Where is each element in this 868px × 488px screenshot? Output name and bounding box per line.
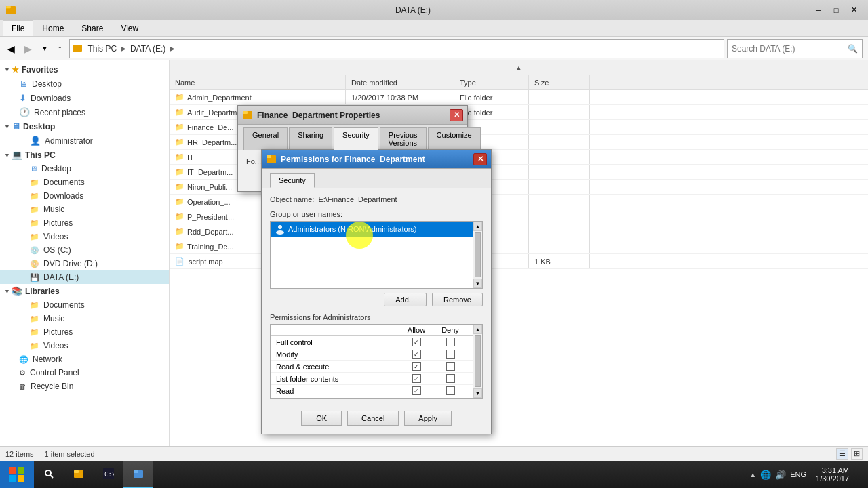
address-bar[interactable]: This PC ▶ DATA (E:) ▶ bbox=[69, 39, 724, 58]
start-button[interactable] bbox=[0, 461, 34, 488]
tab-share[interactable]: Share bbox=[73, 20, 112, 36]
sidebar-item-control-panel[interactable]: ⚙ Control Panel bbox=[0, 366, 169, 380]
desktop-section[interactable]: ▾ 🖥 Desktop bbox=[0, 119, 169, 134]
thispc-arrow: ▾ bbox=[5, 152, 9, 159]
modify-deny-checkbox[interactable] bbox=[446, 350, 455, 359]
sidebar-drive-c[interactable]: 💿 OS (C:) bbox=[0, 243, 169, 257]
tab-view[interactable]: View bbox=[112, 20, 147, 36]
taskbar-clock[interactable]: 3:31 AM 1/30/2017 bbox=[810, 466, 854, 483]
readexecute-deny-checkbox[interactable] bbox=[446, 362, 455, 371]
add-button[interactable]: Add... bbox=[384, 293, 427, 306]
read-allow-checkbox[interactable]: ✓ bbox=[412, 386, 421, 395]
props-tab-sharing[interactable]: Sharing bbox=[289, 127, 332, 150]
perm-scroll-thumb[interactable] bbox=[475, 336, 481, 387]
modify-allow-checkbox[interactable]: ✓ bbox=[412, 350, 421, 359]
minimize-button[interactable]: ─ bbox=[810, 3, 827, 17]
taskbar-explorer[interactable] bbox=[123, 461, 153, 488]
folder-icon: 📁 bbox=[175, 123, 184, 131]
props-tab-previous[interactable]: Previous Versions bbox=[380, 127, 427, 150]
control-panel-label: Control Panel bbox=[30, 368, 79, 378]
search-box[interactable]: 🔍 bbox=[727, 39, 863, 58]
perm-scrollbar[interactable]: ▲ ▼ bbox=[473, 325, 482, 398]
svg-rect-10 bbox=[9, 467, 16, 474]
taskbar-search[interactable] bbox=[34, 461, 64, 488]
apply-button[interactable]: Apply bbox=[404, 411, 452, 426]
svg-rect-13 bbox=[18, 475, 24, 482]
permissions-security-tab[interactable]: Security bbox=[270, 173, 315, 188]
sidebar-item-desktop[interactable]: 🖥 Desktop bbox=[0, 77, 169, 91]
cancel-button[interactable]: Cancel bbox=[347, 411, 399, 426]
forward-button[interactable]: ▶ bbox=[20, 41, 37, 57]
col-header-name[interactable]: Name bbox=[170, 75, 346, 89]
details-view-icon[interactable]: ☰ bbox=[836, 448, 848, 460]
perm-scroll-up[interactable]: ▲ bbox=[473, 325, 482, 334]
permissions-close-button[interactable]: ✕ bbox=[473, 153, 487, 165]
sidebar-item-pc-downloads[interactable]: 📁 Downloads bbox=[0, 189, 169, 203]
close-button[interactable]: ✕ bbox=[845, 3, 863, 17]
sidebar-lib-documents[interactable]: 📁 Documents bbox=[0, 298, 169, 312]
scroll-thumb[interactable] bbox=[475, 232, 481, 277]
sidebar-item-videos[interactable]: 📁 Videos bbox=[0, 230, 169, 243]
large-icons-view-icon[interactable]: ⊞ bbox=[851, 448, 863, 460]
listfolder-allow-checkbox[interactable]: ✓ bbox=[412, 374, 421, 383]
listfolder-deny-checkbox[interactable] bbox=[446, 374, 455, 383]
fullcontrol-deny-checkbox[interactable] bbox=[446, 338, 455, 346]
sidebar-item-administrator[interactable]: 👤 Administrator bbox=[0, 134, 169, 148]
show-desktop-button[interactable] bbox=[859, 461, 863, 488]
favorites-section[interactable]: ▾ ★ Favorites bbox=[0, 63, 169, 77]
col-header-type[interactable]: Type bbox=[454, 75, 529, 89]
props-tab-general[interactable]: General bbox=[243, 127, 288, 150]
props-close-button[interactable]: ✕ bbox=[450, 109, 463, 121]
taskbar-cmd[interactable]: C:\ bbox=[94, 461, 123, 488]
libraries-section[interactable]: ▾ 📚 Libraries bbox=[0, 284, 169, 298]
scroll-down[interactable]: ▼ bbox=[473, 279, 482, 288]
tray-volume-icon: 🔊 bbox=[775, 470, 786, 480]
up-button[interactable]: ↑ bbox=[53, 41, 67, 57]
perm-scroll-down[interactable]: ▼ bbox=[473, 388, 482, 398]
tray-expand[interactable]: ▲ bbox=[749, 471, 756, 479]
table-row[interactable]: 📁Admin_Department 1/20/2017 10:38 PM Fil… bbox=[170, 90, 868, 105]
sidebar-lib-pictures[interactable]: 📁 Pictures bbox=[0, 325, 169, 339]
readexecute-allow-checkbox[interactable]: ✓ bbox=[412, 362, 421, 371]
back-button[interactable]: ◀ bbox=[3, 41, 20, 57]
path-data-e[interactable]: DATA (E:) bbox=[127, 43, 168, 55]
thispc-section[interactable]: ▾ 💻 This PC bbox=[0, 148, 169, 162]
recycle-bin-label: Recycle Bin bbox=[31, 382, 73, 391]
sidebar-lib-videos[interactable]: 📁 Videos bbox=[0, 339, 169, 352]
props-tab-customize[interactable]: Customize bbox=[428, 127, 481, 150]
col-header-size[interactable]: Size bbox=[529, 75, 590, 89]
props-dialog-title-bar[interactable]: Finance_Department Properties ✕ bbox=[238, 106, 467, 125]
item-count: 12 items bbox=[5, 450, 34, 458]
sidebar-lib-music[interactable]: 📁 Music bbox=[0, 312, 169, 325]
tab-home[interactable]: Home bbox=[33, 20, 73, 36]
sidebar-item-music[interactable]: 📁 Music bbox=[0, 203, 169, 216]
fullcontrol-allow-checkbox[interactable]: ✓ bbox=[412, 338, 421, 346]
scroll-up[interactable]: ▲ bbox=[473, 222, 482, 231]
sidebar-item-downloads[interactable]: ⬇ Downloads bbox=[0, 91, 169, 105]
sidebar-drive-d[interactable]: 📀 DVD Drive (D:) bbox=[0, 257, 169, 270]
sidebar-item-recent[interactable]: 🕐 Recent places bbox=[0, 105, 169, 119]
sidebar-item-recycle-bin[interactable]: 🗑 Recycle Bin bbox=[0, 380, 169, 393]
props-tab-bar: General Sharing Security Previous Versio… bbox=[238, 125, 467, 150]
sidebar-item-pc-desktop[interactable]: 🖥 Desktop bbox=[0, 162, 169, 176]
sidebar-item-network[interactable]: 🌐 Network bbox=[0, 352, 169, 366]
sidebar-drive-e[interactable]: 💾 DATA (E:) bbox=[0, 270, 169, 284]
permissions-title-bar[interactable]: Permissions for Finance_Department ✕ bbox=[262, 150, 491, 169]
sidebar-item-documents[interactable]: 📁 Documents bbox=[0, 176, 169, 189]
remove-button[interactable]: Remove bbox=[432, 293, 483, 306]
taskbar-file-manager[interactable] bbox=[64, 461, 94, 488]
search-input[interactable] bbox=[732, 44, 848, 54]
props-tab-security[interactable]: Security bbox=[334, 127, 378, 150]
maximize-button[interactable]: □ bbox=[827, 3, 845, 17]
ok-button[interactable]: OK bbox=[301, 411, 342, 426]
scroll-up-arrow[interactable]: ▲ bbox=[170, 60, 868, 75]
group-list-scrollbar[interactable]: ▲ ▼ bbox=[473, 222, 482, 288]
path-thispc[interactable]: This PC bbox=[85, 43, 119, 55]
sidebar-item-pictures[interactable]: 📁 Pictures bbox=[0, 216, 169, 230]
tray-lang[interactable]: ENG bbox=[790, 470, 806, 479]
recent-locations-button[interactable]: ▼ bbox=[37, 41, 53, 57]
group-item-administrators[interactable]: Administrators (NIRON\Administrators) bbox=[271, 222, 473, 237]
tab-file[interactable]: File bbox=[3, 20, 33, 36]
col-header-date[interactable]: Date modified bbox=[346, 75, 454, 89]
read-deny-checkbox[interactable] bbox=[446, 386, 455, 395]
